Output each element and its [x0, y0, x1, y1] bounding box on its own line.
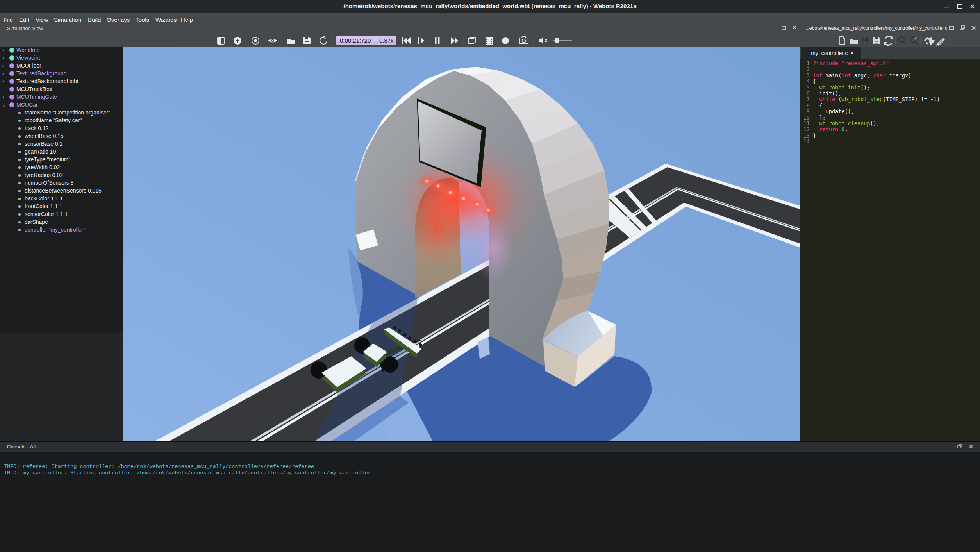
- svg-text:-: -: [373, 37, 375, 44]
- svg-text:0:00:21:720: 0:00:21:720: [340, 37, 371, 44]
- svg-text:0.87x: 0.87x: [379, 37, 394, 44]
